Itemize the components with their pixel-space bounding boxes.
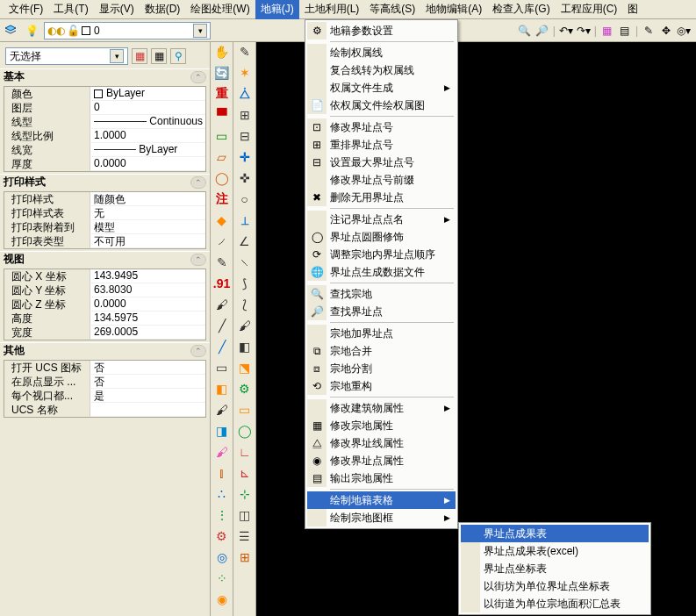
cross2-icon[interactable]: ✜: [237, 170, 253, 186]
property-row[interactable]: 打印表类型不可用: [4, 234, 205, 248]
selection-combo[interactable]: 无选择 ▾: [5, 47, 128, 65]
shape2-icon[interactable]: ⬔: [237, 360, 253, 376]
brush3-icon[interactable]: 🖌: [214, 444, 230, 460]
pen-icon[interactable]: ✎: [214, 254, 230, 270]
bars-icon[interactable]: ☰: [237, 528, 253, 544]
menu-landuse[interactable]: 土地利用(L): [299, 0, 365, 19]
grid-icon[interactable]: ▤: [618, 24, 632, 38]
curve-icon[interactable]: ⟆: [237, 276, 253, 291]
menu-draw[interactable]: 绘图处理(W): [185, 0, 255, 19]
filter-icon[interactable]: ⚲: [170, 48, 186, 64]
property-value[interactable]: 无: [90, 206, 205, 220]
swatch-icon[interactable]: ◨: [214, 423, 230, 439]
needle-icon[interactable]: ⟋: [214, 233, 230, 249]
target2-icon[interactable]: ◉: [214, 591, 230, 607]
menu-item[interactable]: 修改界址点号前缀: [307, 171, 456, 189]
menu-item[interactable]: 🔍查找宗地: [307, 285, 456, 303]
menu-item[interactable]: ⧈宗地分割: [307, 360, 456, 377]
dash-icon[interactable]: ⟍: [237, 254, 253, 270]
menu-item[interactable]: ⊞重排界址点号: [307, 136, 456, 154]
menu-eng[interactable]: 工程应用(C): [556, 0, 623, 19]
menu-file[interactable]: 文件(F): [4, 0, 48, 19]
property-value[interactable]: ByLayer: [90, 87, 205, 101]
menu-item[interactable]: ⧉宗地合并: [307, 342, 456, 360]
menu-item[interactable]: 绘制地籍表格▶: [307, 491, 456, 509]
property-row[interactable]: 高度134.5975: [4, 312, 205, 326]
gear2-icon[interactable]: ⚙: [214, 528, 230, 544]
menu-item[interactable]: ✖删除无用界址点: [307, 189, 456, 206]
pencil2-icon[interactable]: ✎: [237, 44, 253, 60]
menu-item[interactable]: 绘制权属线: [307, 44, 456, 61]
property-row[interactable]: 打印表附着到模型: [4, 220, 205, 234]
menu-data[interactable]: 数据(D): [140, 0, 186, 19]
tri-icon[interactable]: ▱: [214, 149, 230, 165]
tree-icon[interactable]: ⊹: [237, 486, 253, 502]
property-value[interactable]: 0: [90, 101, 205, 115]
axis-icon[interactable]: ∟: [237, 444, 253, 460]
rect2-icon[interactable]: ▭: [237, 402, 253, 418]
curve2-icon[interactable]: ⟅: [237, 297, 253, 312]
arr2-icon[interactable]: ⊟: [237, 128, 253, 144]
menu-item[interactable]: 📄依权属文件绘权属图: [307, 97, 456, 114]
collapse-icon[interactable]: ⌃: [190, 71, 206, 83]
menu-item[interactable]: ⊟设置最大界址点号: [307, 154, 456, 171]
property-row[interactable]: 圆心 Z 坐标0.0000: [4, 297, 205, 312]
palette-icon[interactable]: ▦: [600, 24, 614, 38]
menu-item[interactable]: 复合线转为权属线: [307, 61, 456, 79]
property-row[interactable]: 宽度269.0005: [4, 326, 205, 340]
circle-icon[interactable]: ◯: [214, 170, 230, 186]
property-value[interactable]: ————— Continuous: [90, 115, 205, 129]
group-other-header[interactable]: 其他⌃: [0, 342, 210, 358]
chevron-down-icon[interactable]: ▾: [110, 49, 124, 63]
group-basic-header[interactable]: 基本⌃: [0, 68, 210, 84]
menu-item[interactable]: 注记界址点点名▶: [307, 211, 456, 228]
brush-icon[interactable]: 🖌: [214, 297, 230, 312]
mirror-icon[interactable]: ⧊: [237, 86, 253, 102]
rotate-icon[interactable]: 🔄: [214, 65, 230, 81]
property-row[interactable]: 线型————— Continuous: [4, 115, 205, 129]
ptA-icon[interactable]: ⟂: [237, 212, 253, 228]
property-value[interactable]: 模型: [90, 220, 205, 234]
menu-item[interactable]: ◯界址点圆圈修饰: [307, 228, 456, 246]
collapse-icon[interactable]: ⌃: [190, 254, 206, 266]
menu-item[interactable]: ▦修改宗地属性: [307, 417, 456, 434]
property-value[interactable]: 0.0000: [90, 297, 205, 312]
rect-icon[interactable]: ▭: [214, 128, 230, 144]
collapse-icon[interactable]: ⌃: [190, 345, 206, 357]
property-value[interactable]: 随颜色: [90, 192, 205, 206]
property-value[interactable]: 否: [90, 361, 205, 375]
property-row[interactable]: 圆心 Y 坐标63.8030: [4, 283, 205, 297]
zoom-ext-icon[interactable]: 🔎: [535, 24, 549, 38]
axis2-icon[interactable]: ⊾: [237, 465, 253, 481]
property-value[interactable]: 0.0000: [90, 157, 205, 171]
submenu-item[interactable]: 界址点坐标表: [461, 560, 649, 577]
submenu-item[interactable]: 界址点成果表(excel): [461, 542, 649, 560]
property-row[interactable]: 在原点显示 ...否: [4, 375, 205, 389]
property-value[interactable]: [90, 403, 205, 417]
property-row[interactable]: 打印样式表无: [4, 206, 205, 220]
annotate-icon[interactable]: 注: [214, 191, 230, 207]
rings-icon[interactable]: ◎: [214, 549, 230, 565]
ring-icon[interactable]: ○: [237, 191, 253, 207]
circ2-icon[interactable]: ◯: [237, 423, 253, 439]
box-icon[interactable]: ◫: [237, 507, 253, 523]
zoom-in-icon[interactable]: 🔍: [518, 24, 532, 38]
cross-icon[interactable]: ✛: [237, 149, 253, 165]
angle-icon[interactable]: ∠: [237, 233, 253, 249]
menu-item[interactable]: 绘制宗地图框▶: [307, 509, 456, 526]
menu-item[interactable]: ⟲宗地重构: [307, 377, 456, 395]
property-row[interactable]: 圆心 X 坐标143.9495: [4, 269, 205, 283]
chevron-down-icon[interactable]: ▾: [193, 24, 207, 38]
menu-item[interactable]: ⚙地籍参数设置: [307, 22, 456, 39]
brush2-icon[interactable]: 🖌: [214, 402, 230, 418]
target-icon[interactable]: ◎▾: [677, 24, 691, 38]
scale-icon[interactable]: .91: [214, 276, 230, 291]
property-row[interactable]: UCS 名称: [4, 403, 205, 417]
property-row[interactable]: 打印样式随颜色: [4, 192, 205, 206]
property-value[interactable]: 不可用: [90, 234, 205, 248]
property-row[interactable]: 打开 UCS 图标否: [4, 361, 205, 375]
dots-icon[interactable]: ∴: [214, 486, 230, 502]
layers-icon[interactable]: [4, 24, 18, 38]
menu-item[interactable]: ⧋修改界址线属性: [307, 434, 456, 452]
property-row[interactable]: 线宽———— ByLayer: [4, 143, 205, 157]
